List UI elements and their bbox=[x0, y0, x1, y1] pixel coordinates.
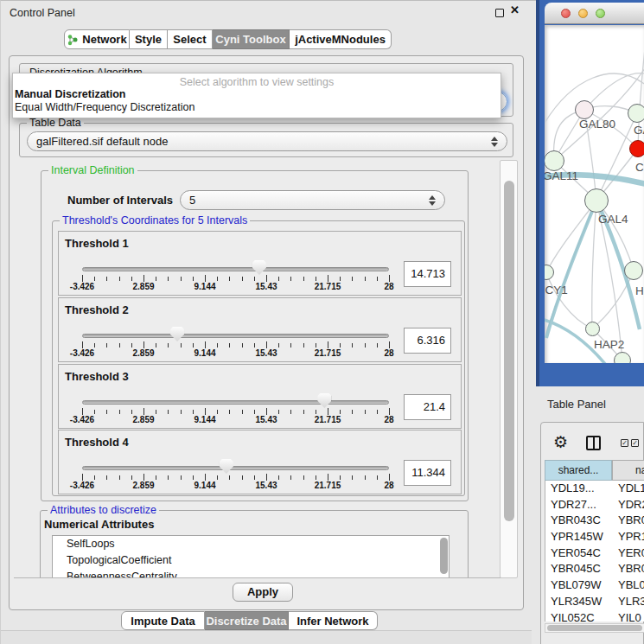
table-row[interactable]: YLR345WYLR3 bbox=[545, 594, 644, 610]
scale-label: 21.715 bbox=[315, 282, 341, 291]
table-row[interactable]: YBL079WYBL0 bbox=[545, 577, 644, 594]
table-hscrollbar[interactable] bbox=[545, 623, 644, 633]
tick-mark bbox=[254, 410, 255, 414]
list-scrollbar-thumb[interactable] bbox=[440, 538, 448, 574]
table-row[interactable]: YBR043CYBR0 bbox=[545, 513, 644, 529]
table-row[interactable]: YIL052CYIL0 bbox=[545, 610, 644, 622]
tick-mark bbox=[316, 410, 316, 414]
control-panel: Control Panel ✕ NetworkStyleSelectCyni T… bbox=[0, 0, 536, 644]
threshold-value-field[interactable]: 21.4 bbox=[404, 394, 451, 420]
table-row[interactable]: YDL19...YDL1 bbox=[545, 481, 644, 497]
threshold-slider-track[interactable] bbox=[82, 334, 389, 338]
threshold-value-field[interactable]: 11.344 bbox=[404, 460, 451, 486]
attribute-list-item[interactable]: BetweennessCentrality bbox=[53, 569, 449, 578]
column-header-shared-name[interactable]: shared... bbox=[545, 460, 612, 481]
number-of-intervals-value: 5 bbox=[189, 194, 195, 207]
tick-mark bbox=[131, 410, 132, 414]
columns-icon[interactable] bbox=[586, 436, 601, 450]
checkbox-icon[interactable]: ✓ bbox=[621, 439, 628, 447]
settings-scrollbar-thumb[interactable] bbox=[504, 181, 514, 521]
tab-style[interactable]: Style bbox=[130, 29, 168, 49]
tab-discretize-data[interactable]: Discretize Data bbox=[205, 611, 289, 630]
scale-label: 15.43 bbox=[255, 348, 277, 358]
dropdown-option-equal-width[interactable]: Equal Width/Frequency Discretization bbox=[13, 101, 501, 114]
cell-name: YIL0 bbox=[618, 610, 641, 622]
tick-mark bbox=[316, 277, 316, 281]
tick-mark bbox=[290, 410, 291, 414]
settings-scrollbar[interactable] bbox=[500, 160, 518, 578]
close-traffic-light[interactable] bbox=[561, 9, 571, 18]
dropdown-option-manual[interactable]: Manual Discretization bbox=[13, 88, 501, 101]
threshold-slider-thumb[interactable] bbox=[170, 327, 184, 341]
network-node-gal4[interactable] bbox=[584, 188, 609, 213]
gear-icon[interactable]: ⚙ bbox=[553, 433, 568, 450]
attribute-list-item[interactable]: SelfLoops bbox=[53, 536, 449, 552]
network-node-label: HAP2 bbox=[594, 338, 624, 351]
tick-mark bbox=[217, 410, 218, 414]
threshold-value-field[interactable]: 6.316 bbox=[404, 328, 451, 354]
tick-mark bbox=[254, 343, 255, 348]
apply-button[interactable]: Apply bbox=[233, 583, 293, 602]
table-data-label: Table Data bbox=[27, 117, 84, 129]
tick-mark bbox=[168, 475, 169, 480]
network-node-ga[interactable] bbox=[628, 104, 644, 123]
table-hscrollbar-thumb[interactable] bbox=[547, 625, 642, 631]
network-node-hap2[interactable] bbox=[585, 322, 600, 336]
threshold-coordinates-label: Threshold's Coordinates for 5 Intervals bbox=[60, 214, 250, 226]
number-of-intervals-combobox[interactable]: 5 bbox=[180, 190, 445, 210]
tick-mark bbox=[242, 277, 243, 281]
tick-mark bbox=[340, 410, 341, 414]
threshold-slider-thumb[interactable] bbox=[317, 393, 331, 408]
table-panel-title: Table Panel bbox=[547, 398, 606, 411]
float-window-icon[interactable] bbox=[495, 9, 504, 17]
attribute-list-item[interactable]: TopologicalCoefficient bbox=[53, 552, 449, 569]
tick-mark bbox=[242, 343, 243, 348]
table-row[interactable]: YPR145WYPR1 bbox=[545, 529, 644, 545]
checkbox-icon[interactable]: ✓ bbox=[631, 439, 639, 447]
network-node[interactable] bbox=[614, 352, 631, 363]
tab-network[interactable]: Network bbox=[64, 29, 130, 49]
threshold-slider-track[interactable] bbox=[82, 466, 389, 470]
tick-mark bbox=[156, 277, 156, 281]
network-node-gal11[interactable] bbox=[545, 150, 564, 171]
zoom-traffic-light[interactable] bbox=[596, 9, 605, 18]
network-window-titlebar[interactable] bbox=[545, 3, 644, 24]
network-node-gal80[interactable] bbox=[575, 100, 594, 119]
minimize-traffic-light[interactable] bbox=[578, 9, 588, 18]
tick-mark bbox=[181, 343, 182, 348]
column-header-name[interactable]: na bbox=[612, 460, 644, 481]
tick-mark bbox=[340, 475, 341, 480]
tab-jactivemnodules[interactable]: jActiveMNodules bbox=[290, 29, 392, 49]
tab-impute-data[interactable]: Impute Data bbox=[121, 611, 205, 630]
tab-select[interactable]: Select bbox=[168, 29, 213, 49]
threshold-value-field[interactable]: 14.713 bbox=[404, 261, 451, 287]
cell-shared-name: YBR043C bbox=[551, 513, 601, 529]
tab-infer-network[interactable]: Infer Network bbox=[289, 611, 378, 630]
tick-mark bbox=[119, 475, 120, 480]
network-canvas[interactable]: GAL80GACGAL11GAL4GCY1HHAP2 bbox=[545, 25, 644, 363]
cell-shared-name: YBR045C bbox=[551, 561, 601, 577]
tick-mark bbox=[217, 343, 218, 348]
numerical-attributes-list[interactable]: SelfLoopsTopologicalCoefficientBetweenne… bbox=[52, 535, 450, 578]
tick-mark bbox=[119, 410, 120, 414]
table-data-combobox[interactable]: galFiltered.sif default node bbox=[27, 131, 507, 151]
tick-mark bbox=[328, 474, 328, 481]
threshold-slider-thumb[interactable] bbox=[252, 260, 266, 275]
network-node-label: GCY1 bbox=[545, 284, 568, 296]
threshold-slider-track[interactable] bbox=[82, 267, 389, 271]
network-node-label: GA bbox=[634, 124, 644, 137]
combo-arrows-icon bbox=[428, 194, 436, 207]
network-node-c[interactable] bbox=[629, 140, 644, 157]
network-node-h[interactable] bbox=[624, 261, 643, 280]
threshold-slider-thumb[interactable] bbox=[220, 459, 233, 474]
threshold-slider-track[interactable] bbox=[82, 400, 389, 405]
table-row[interactable]: YDR27...YDR2 bbox=[545, 497, 644, 513]
table-row[interactable]: YBR045CYBR0 bbox=[545, 561, 644, 577]
tick-mark bbox=[156, 410, 156, 414]
tick-mark bbox=[94, 343, 95, 348]
tick-mark bbox=[389, 341, 390, 348]
tab-cyni-toolbox[interactable]: Cyni Toolbox bbox=[213, 29, 290, 49]
close-icon[interactable]: ✕ bbox=[510, 3, 520, 16]
table-row[interactable]: YER054CYER0 bbox=[545, 545, 644, 562]
tick-mark bbox=[131, 277, 132, 281]
